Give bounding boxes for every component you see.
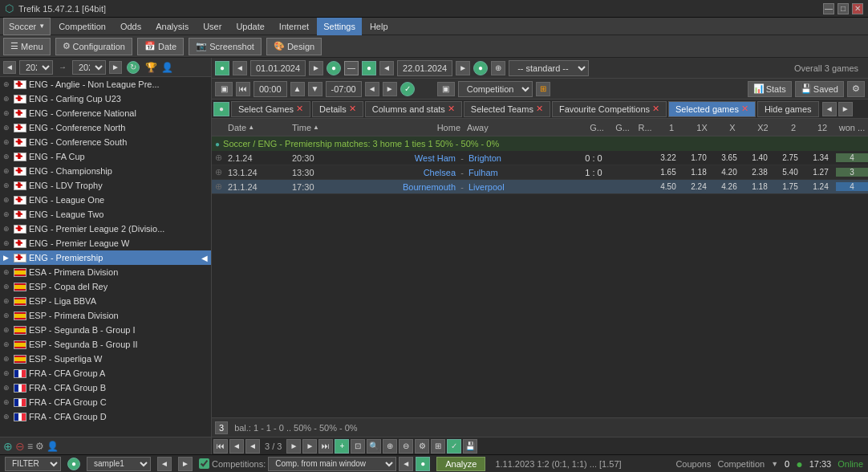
sidebar-item-fra-cfa-b[interactable]: ⊕ FRA - CFA Group B — [0, 380, 211, 395]
sidebar-item-esp-segunda-g2[interactable]: ⊕ ESP - Segunda B - Group II — [0, 337, 211, 352]
tab-close-icon[interactable]: ✕ — [296, 104, 303, 114]
comp-checkbox[interactable] — [199, 458, 209, 469]
sidebar-item-conference-north[interactable]: ⊕ ✚ ENG - Conference North — [0, 120, 211, 135]
date-right-button[interactable]: ► — [309, 61, 323, 75]
menu-help[interactable]: Help — [363, 18, 395, 35]
date-prev-button[interactable]: ● — [215, 61, 229, 75]
menu-competition[interactable]: Competition — [52, 18, 112, 35]
sidebar-item-league-one[interactable]: ⊕ ✚ ENG - League One — [0, 193, 211, 207]
sidebar-item-conference-national[interactable]: ⊕ ✚ ENG - Conference National — [0, 106, 211, 120]
check-button[interactable]: ✓ — [447, 439, 461, 454]
time-minus-icon[interactable]: ▲ — [290, 82, 305, 96]
standard-select[interactable]: -- standard -- — [509, 60, 589, 76]
sample-left-icon[interactable]: ◄ — [157, 457, 172, 471]
sidebar-item-premiership[interactable]: ▶ ✚ ENG - Premiership ◀ — [0, 250, 211, 265]
sidebar-gear-icon[interactable]: ⚙ — [35, 441, 44, 452]
close-button[interactable]: ✕ — [852, 3, 863, 14]
filter-icon[interactable]: ▣ — [215, 82, 233, 96]
tab-select-games[interactable]: Select Games ✕ — [231, 101, 310, 117]
date-column-header[interactable]: Date ▲ — [225, 123, 289, 132]
design-button[interactable]: 🎨 Design — [266, 38, 322, 55]
sidebar-item-esp-primera[interactable]: ⊕ ESP - Primera Division — [0, 308, 211, 323]
sidebar-item-league-two[interactable]: ⊕ ✚ ENG - League Two — [0, 207, 211, 222]
menu-analysis[interactable]: Analysis — [149, 18, 195, 35]
game-row[interactable]: ⊕ 2.1.24 20:30 West Ham - Brighton 0 : 0… — [212, 151, 868, 165]
maximize-button[interactable]: □ — [838, 3, 849, 14]
tab-selected-teams[interactable]: Selected Teams ✕ — [464, 101, 550, 117]
sidebar-item-esp-segunda-g1[interactable]: ⊕ ESP - Segunda B - Group I — [0, 323, 211, 337]
export-button[interactable]: 💾 — [463, 439, 477, 454]
sidebar-item-esp-liga[interactable]: ⊕ ESP - Liga BBVA — [0, 294, 211, 308]
tab-columns-stats[interactable]: Columns and stats ✕ — [365, 101, 462, 117]
sidebar-item-conference-south[interactable]: ⊕ ✚ ENG - Conference South — [0, 135, 211, 149]
date2-right-button[interactable]: ► — [456, 61, 470, 75]
first-page-button[interactable]: ⏮ — [213, 439, 228, 454]
sidebar-add-icon[interactable]: ⊕ — [3, 440, 13, 453]
sample-right-icon[interactable]: ► — [178, 457, 193, 471]
filter-select[interactable]: FILTER — [5, 457, 61, 471]
menu-update[interactable]: Update — [229, 18, 270, 35]
date-to-display[interactable]: 22.01.2024 — [397, 60, 452, 76]
tab-close-icon[interactable]: ✕ — [652, 104, 659, 114]
year-to-select[interactable]: 2024 — [72, 60, 106, 75]
game-row[interactable]: ⊕ 21.1.24 17:30 Bournemouth - Liverpool … — [212, 180, 868, 194]
prev-button2[interactable]: ◄ — [245, 439, 260, 454]
date-left-button[interactable]: ◄ — [233, 61, 247, 75]
game-row[interactable]: ⊕ 13.1.24 13:30 Chelsea - Fulham 1 : 0 1… — [212, 165, 868, 180]
saved-button[interactable]: 💾 Saved — [795, 81, 844, 97]
sidebar-item-fa-cup[interactable]: ⊕ ✚ ENG - FA Cup — [0, 149, 211, 164]
sidebar-minus-icon[interactable]: ⊖ — [15, 440, 25, 453]
sidebar-item-fra-cfa-d[interactable]: ⊕ FRA - CFA Group D — [0, 409, 211, 424]
menu-odds[interactable]: Odds — [114, 18, 148, 35]
extra-button[interactable]: ⚙ — [847, 81, 865, 97]
menu-settings[interactable]: Settings — [317, 18, 362, 35]
menu-internet[interactable]: Internet — [273, 18, 315, 35]
sidebar-item-ldv[interactable]: ⊕ ✚ ENG - LDV Trophy — [0, 178, 211, 193]
date2-prev-button[interactable]: ● — [362, 61, 376, 75]
add-button[interactable]: + — [335, 439, 349, 454]
menu-button[interactable]: ☰ Menu — [3, 38, 51, 55]
sidebar-list-icon[interactable]: ≡ — [27, 441, 33, 452]
search-button[interactable]: 🔍 — [367, 439, 381, 454]
grid-button[interactable]: ⊞ — [431, 439, 445, 454]
zoom-out-button[interactable]: ⊖ — [399, 439, 413, 454]
comp-filter-icon[interactable]: ▣ — [437, 82, 455, 96]
prev-page-button[interactable]: ◄ — [229, 439, 244, 454]
sidebar-item-esp-superliga[interactable]: ⊕ ESP - Superliga W — [0, 352, 211, 366]
offset-next-button[interactable]: ► — [383, 82, 397, 96]
sidebar-item-esa-primera[interactable]: ⊕ ESA - Primera Division — [0, 265, 211, 279]
refresh-button[interactable]: ↻ — [127, 61, 140, 74]
competition-select[interactable]: Competition — [458, 81, 533, 97]
date-button[interactable]: 📅 Date — [137, 38, 184, 55]
configuration-button[interactable]: ⚙ Configuration — [55, 38, 132, 55]
comp-from-select[interactable]: Comp. from main window — [268, 457, 396, 471]
tab-left-scroll[interactable]: ◄ — [822, 102, 837, 116]
rewind-icon[interactable]: ⏮ — [236, 82, 250, 96]
analyze-button[interactable]: Analyze — [436, 457, 485, 471]
next-page-button[interactable]: ► — [302, 439, 317, 454]
sidebar-item-fra-cfa-a[interactable]: ⊕ FRA - CFA Group A — [0, 366, 211, 380]
expand-btn[interactable]: ⊕ — [212, 181, 225, 192]
sidebar-item-fra-cfa-c[interactable]: ⊕ FRA - CFA Group C — [0, 395, 211, 409]
minimize-button[interactable]: — — [823, 3, 834, 14]
screenshot-button[interactable]: 📷 Screenshot — [189, 38, 262, 55]
tab-details[interactable]: Details ✕ — [312, 101, 363, 117]
time-plus-icon[interactable]: ▼ — [308, 82, 322, 96]
next-button2[interactable]: ► — [286, 439, 301, 454]
stats-button[interactable]: 📊 Stats — [748, 81, 792, 97]
tab-favourite-comps[interactable]: Favourite Competitions ✕ — [552, 101, 667, 117]
comp-prev-button[interactable]: ◄ — [399, 457, 413, 471]
year-from-select[interactable]: 2023 — [19, 60, 53, 75]
filter-toggle-button[interactable]: ⊡ — [351, 439, 365, 454]
settings-button[interactable]: ⚙ — [415, 439, 429, 454]
sidebar-item-championship[interactable]: ⊕ ✚ ENG - Championship — [0, 164, 211, 178]
date-from-display[interactable]: 01.01.2024 — [250, 60, 306, 76]
tab-right-scroll[interactable]: ► — [838, 102, 853, 116]
sidebar-item-plw[interactable]: ⊕ ✚ ENG - Premier League W — [0, 236, 211, 250]
tab-close-icon[interactable]: ✕ — [349, 104, 356, 114]
expand-btn[interactable]: ⊕ — [212, 153, 225, 163]
time-display[interactable]: 00:00 — [254, 81, 287, 97]
sidebar-item-carling[interactable]: ⊕ ✚ ENG - Carling Cup U23 — [0, 92, 211, 106]
sample-select[interactable]: sample1 — [87, 457, 151, 471]
sidebar-next-button[interactable]: ► — [109, 61, 122, 74]
